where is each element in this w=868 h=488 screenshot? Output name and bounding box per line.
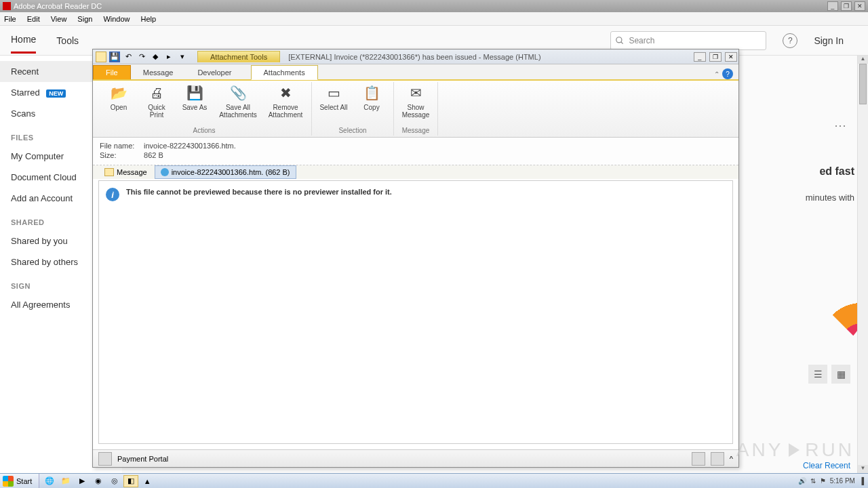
filesize-label: Size: (100, 151, 142, 159)
help-icon[interactable]: ? (722, 68, 733, 79)
next-icon[interactable]: ▸ (163, 52, 174, 62)
menu-help[interactable]: Help (141, 15, 157, 23)
outlook-ribbon: 📂Open 🖨Quick Print 💾Save As 📎Save All At… (93, 81, 738, 138)
remove-icon: ✖ (275, 83, 296, 102)
promo-text-fragment: minutes with (806, 192, 854, 203)
tray-showdesktop[interactable]: ▐ (859, 477, 864, 485)
outlook-titlebar[interactable]: 💾 ↶ ↷ ◆ ▸ ▾ Attachment Tools [EXTERNAL] … (93, 49, 738, 64)
maximize-button[interactable]: ❐ (841, 1, 852, 11)
promo-graphic-icon (807, 289, 861, 344)
clear-recent-link[interactable]: Clear Recent (803, 461, 850, 470)
menu-sign[interactable]: Sign (77, 15, 92, 23)
scroll-down-icon[interactable]: ▼ (858, 465, 868, 473)
search-icon (615, 36, 625, 45)
attachment-preview-pane: i This file cannot be previewed because … (98, 180, 733, 444)
taskbar-edge-icon[interactable]: ◎ (107, 475, 122, 487)
vertical-scrollbar[interactable]: ▲ ▼ (857, 56, 868, 473)
ribbon-showmessage-button[interactable]: ✉Show Message (399, 83, 432, 119)
undo-icon[interactable]: ↶ (123, 52, 134, 62)
grid-view-icon[interactable]: ▦ (831, 365, 850, 384)
taskbar-acrobat-icon[interactable]: ▲ (140, 475, 155, 487)
people-pane-icon-2[interactable] (711, 452, 724, 466)
taskbar-outlook-icon[interactable]: ◧ (123, 475, 138, 487)
tray-network-icon[interactable]: ⇅ (810, 477, 816, 485)
ribbon-collapse-icon[interactable]: ⌃ (714, 70, 719, 78)
tab-home[interactable]: Home (11, 27, 36, 54)
ribbon-tab-file[interactable]: File (93, 65, 131, 79)
taskbar-explorer-icon[interactable]: 📁 (58, 475, 73, 487)
people-pane-icon[interactable] (692, 452, 705, 466)
taskbar-media-icon[interactable]: ▶ (75, 475, 90, 487)
ribbon-saveall-button[interactable]: 📎Save All Attachments (216, 83, 260, 119)
ribbon-open-button[interactable]: 📂Open (102, 83, 135, 111)
list-view-icon[interactable]: ☰ (808, 365, 827, 384)
show-message-icon: ✉ (405, 83, 427, 102)
redo-icon[interactable]: ↷ (136, 52, 147, 62)
tab2-message[interactable]: Message (98, 165, 153, 179)
acrobat-titlebar: Adobe Acrobat Reader DC _ ❐ ✕ (0, 0, 868, 12)
tray-volume-icon[interactable]: 🔊 (798, 477, 806, 485)
outlook-ribbon-tabs: File Message Developer Attachments ⌃ ? (93, 64, 738, 81)
tray-clock[interactable]: 5:16 PM (830, 477, 855, 485)
ol-close-button[interactable]: ✕ (725, 52, 737, 62)
ribbon-selectall-button[interactable]: ▭Select All (317, 83, 350, 111)
people-pane-toggle-icon[interactable]: ^ (730, 455, 733, 463)
acrobat-title-text: Adobe Acrobat Reader DC (14, 2, 102, 10)
folder-open-icon: 📂 (108, 83, 130, 102)
ol-minimize-button[interactable]: _ (694, 52, 706, 62)
menu-view[interactable]: View (51, 15, 67, 23)
save-icon[interactable]: 💾 (109, 52, 120, 62)
more-icon[interactable]: ⋯ (834, 118, 848, 133)
info-icon: i (106, 188, 119, 201)
ribbon-group-message: Message (399, 125, 432, 136)
html-file-icon (161, 168, 169, 176)
select-all-icon: ▭ (323, 83, 344, 102)
ribbon-group-selection: Selection (317, 125, 388, 136)
outlook-statusbar: Payment Portal ^ (93, 449, 738, 467)
taskbar-ie-icon[interactable]: 🌐 (42, 475, 57, 487)
menu-file[interactable]: File (4, 15, 16, 23)
filesize-value: 862 B (144, 151, 163, 159)
scroll-up-icon[interactable]: ▲ (858, 56, 868, 64)
acrobat-logo-icon (3, 2, 11, 10)
printer-icon: 🖨 (146, 83, 167, 102)
quick-access-toolbar: 💾 ↶ ↷ ◆ ▸ ▾ (93, 52, 191, 62)
save-all-icon: 📎 (227, 83, 249, 102)
tray-flag-icon[interactable]: ⚑ (820, 477, 826, 485)
new-badge: NEW (46, 89, 66, 98)
scroll-thumb[interactable] (859, 64, 867, 104)
outlook-window: 💾 ↶ ↷ ◆ ▸ ▾ Attachment Tools [EXTERNAL] … (92, 49, 739, 468)
minimize-button[interactable]: _ (827, 1, 838, 11)
prev-icon[interactable]: ◆ (150, 52, 161, 62)
close-button[interactable]: ✕ (854, 1, 865, 11)
sidebar-starred-label: Starred (11, 87, 40, 98)
menu-edit[interactable]: Edit (27, 15, 40, 23)
outlook-window-title: [EXTERNAL] Invoice (*822243001366*) has … (280, 53, 694, 61)
promo-heading-fragment: ed fast (819, 165, 854, 178)
windows-logo-icon (3, 476, 14, 487)
ribbon-copy-button[interactable]: 📋Copy (355, 83, 388, 111)
preview-error-message: This file cannot be previewed because th… (126, 188, 392, 196)
attachment-tabs: Message invoice-822243001366.htm. (862 B… (93, 165, 738, 179)
ol-maximize-button[interactable]: ❐ (709, 52, 722, 62)
mail-icon[interactable] (96, 52, 106, 62)
ribbon-tab-attachments[interactable]: Attachments (251, 65, 318, 80)
help-icon[interactable]: ? (783, 33, 797, 48)
ribbon-saveas-button[interactable]: 💾Save As (178, 83, 211, 111)
start-button[interactable]: Start (0, 474, 39, 488)
attachment-tools-label: Attachment Tools (197, 51, 280, 62)
menu-window[interactable]: Window (103, 15, 130, 23)
filename-value: invoice-822243001366.htm. (144, 142, 236, 150)
qat-dropdown-icon[interactable]: ▾ (177, 52, 188, 62)
search-input[interactable]: Search (610, 31, 766, 50)
taskbar-chrome-icon[interactable]: ◉ (91, 475, 106, 487)
ribbon-remove-button[interactable]: ✖Remove Attachment (265, 83, 306, 119)
ribbon-quickprint-button[interactable]: 🖨Quick Print (140, 83, 173, 119)
ribbon-tab-message[interactable]: Message (131, 66, 186, 79)
tab-tools[interactable]: Tools (56, 28, 79, 53)
copy-icon: 📋 (361, 83, 382, 102)
acrobat-menubar: File Edit View Sign Window Help (0, 12, 868, 26)
ribbon-tab-developer[interactable]: Developer (185, 66, 243, 79)
signin-link[interactable]: Sign In (814, 35, 844, 46)
tab2-attachment[interactable]: invoice-822243001366.htm. (862 B) (155, 165, 296, 179)
